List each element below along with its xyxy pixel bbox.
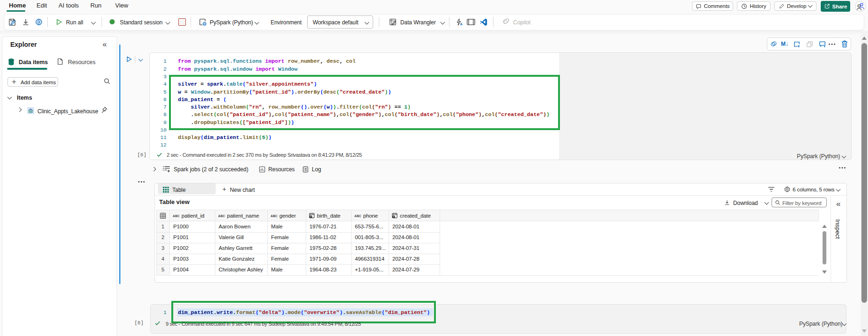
svg-text:A: A — [460, 22, 463, 26]
